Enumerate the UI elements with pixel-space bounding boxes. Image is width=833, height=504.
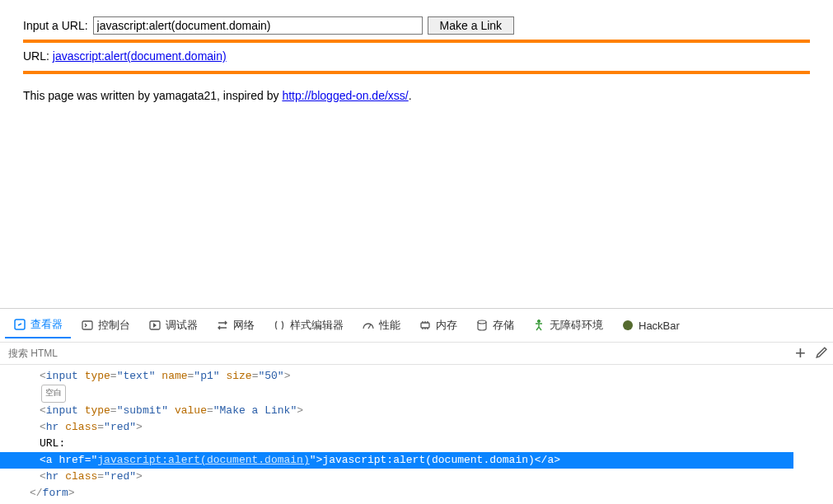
generated-link[interactable]: javascript:alert(document.domain)	[53, 49, 227, 63]
url-label: URL:	[23, 49, 53, 63]
tab-memory[interactable]: 内存	[410, 313, 466, 338]
storage-icon	[475, 319, 489, 332]
divider-red	[23, 40, 810, 43]
memory-icon	[419, 319, 432, 332]
devtools-panel: 查看器 控制台 调试器 网络 样式编辑器 性能	[0, 308, 833, 504]
accessibility-icon	[532, 319, 545, 332]
svg-point-4	[478, 320, 486, 324]
devtools-tabbar: 查看器 控制台 调试器 网络 样式编辑器 性能	[0, 309, 833, 343]
tab-style-editor[interactable]: 样式编辑器	[264, 313, 352, 338]
eyedropper-icon[interactable]	[814, 346, 828, 361]
tab-inspector[interactable]: 查看器	[5, 312, 71, 338]
tab-console[interactable]: 控制台	[73, 313, 138, 338]
style-editor-icon	[273, 319, 286, 332]
devtools-search-input[interactable]	[5, 343, 787, 364]
dom-tree[interactable]: <input type="text" name="p1" size="50">空…	[0, 365, 833, 504]
svg-point-6	[623, 320, 633, 330]
performance-icon	[362, 319, 375, 332]
tab-debugger[interactable]: 调试器	[140, 313, 206, 338]
tab-accessibility[interactable]: 无障碍环境	[524, 313, 611, 338]
tab-network[interactable]: 网络	[208, 313, 263, 338]
console-icon	[81, 319, 94, 332]
url-input[interactable]	[93, 16, 423, 35]
svg-rect-3	[421, 323, 429, 328]
divider-red	[23, 71, 810, 74]
tab-performance[interactable]: 性能	[353, 313, 409, 338]
network-icon	[216, 319, 229, 332]
inspector-icon	[13, 318, 26, 331]
credits-link[interactable]: http://blogged-on.de/xss/	[282, 89, 408, 102]
tab-storage[interactable]: 存储	[467, 313, 522, 338]
svg-rect-1	[82, 321, 92, 329]
credits-text: This page was written by yamagata21, ins…	[23, 89, 810, 102]
hackbar-icon	[621, 319, 634, 332]
debugger-icon	[148, 319, 161, 332]
make-link-button[interactable]: Make a Link	[428, 16, 514, 35]
tab-hackbar[interactable]: HackBar	[613, 314, 688, 337]
input-url-label: Input a URL:	[23, 19, 88, 32]
new-node-button[interactable]: +	[787, 343, 814, 364]
svg-point-5	[537, 320, 540, 322]
